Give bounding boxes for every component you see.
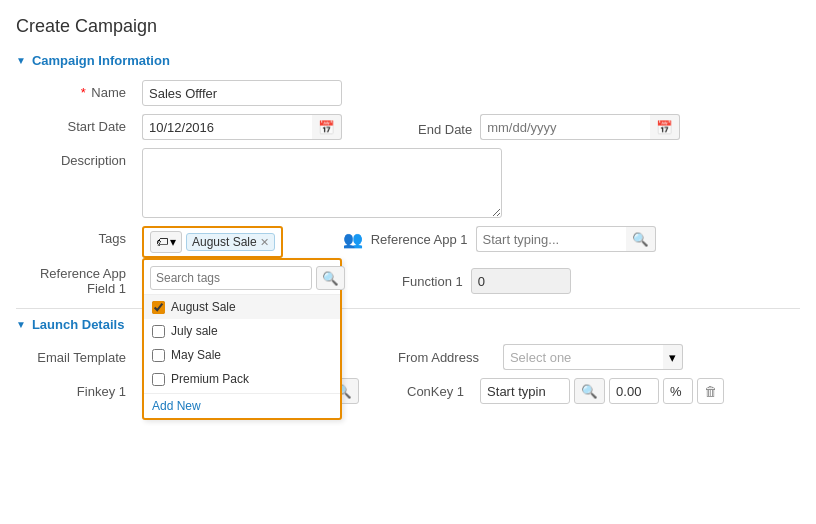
from-address-chevron-icon: ▾ (669, 350, 676, 365)
start-date-label: Start Date (16, 114, 126, 134)
ref-app-input[interactable] (476, 226, 626, 252)
tag-item-august-sale[interactable]: August Sale (144, 295, 340, 319)
tag-checkbox-july-sale[interactable] (152, 325, 165, 338)
tag-search-input[interactable] (150, 266, 312, 290)
from-address-dropdown-button[interactable]: ▾ (663, 344, 683, 370)
tags-container[interactable]: 🏷 ▾ August Sale ✕ (142, 226, 283, 258)
end-date-group: 📅 (480, 114, 680, 140)
launch-details-header[interactable]: ▼ Launch Details (16, 317, 800, 332)
tag-item-july-sale[interactable]: July sale (144, 319, 340, 343)
description-label: Description (16, 148, 126, 168)
tag-chevron: ▾ (170, 235, 176, 249)
tag-icon: 🏷 (156, 235, 168, 249)
ref-app-search-button[interactable]: 🔍 (626, 226, 656, 252)
conkey-number-input[interactable] (609, 378, 659, 404)
search-icon-tag: 🔍 (322, 271, 339, 286)
tag-item-may-sale[interactable]: May Sale (144, 343, 340, 367)
start-date-calendar-button[interactable]: 📅 (312, 114, 342, 140)
finkey-label: Finkey 1 (16, 384, 126, 399)
tag-search-button[interactable]: 🔍 (316, 266, 345, 290)
conkey-percent-input[interactable] (663, 378, 693, 404)
ref-app-group: 👥 Reference App 1 🔍 (343, 226, 656, 252)
name-row: * Name (16, 80, 800, 106)
tag-dropdown: 🔍 August Sale July sale May Sale (142, 258, 342, 420)
start-date-group: 📅 (142, 114, 342, 140)
finkey-conkey-row: Finkey 1 🔍 ConKey 1 🔍 🗑 (16, 378, 800, 404)
email-from-row: Email Template ▾ From Address ▾ (16, 344, 800, 370)
launch-details-label: Launch Details (32, 317, 124, 332)
user-group-icon: 👥 (343, 230, 363, 249)
ref-field-row: Reference App Field 1 Function 1 (16, 266, 800, 296)
from-address-group: ▾ (503, 344, 683, 370)
tag-search-row: 🔍 (144, 260, 340, 295)
name-input[interactable] (142, 80, 342, 106)
calendar-icon: 📅 (318, 120, 335, 135)
tag-dropdown-button[interactable]: 🏷 ▾ (150, 231, 182, 253)
conkey-delete-button[interactable]: 🗑 (697, 378, 724, 404)
tags-ref-row: Tags 🏷 ▾ August Sale ✕ (16, 226, 800, 258)
tag-close-button[interactable]: ✕ (260, 236, 269, 249)
conkey-input-group: 🔍 🗑 (480, 378, 724, 404)
campaign-info-label: Campaign Information (32, 53, 170, 68)
description-input[interactable] (142, 148, 502, 218)
ref-app-input-group: 🔍 (476, 226, 656, 252)
campaign-info-chevron: ▼ (16, 55, 26, 66)
launch-details-chevron: ▼ (16, 319, 26, 330)
tag-badge-august-sale: August Sale ✕ (186, 233, 275, 251)
trash-icon: 🗑 (704, 384, 717, 399)
email-template-label: Email Template (16, 350, 126, 365)
tag-item-premium-pack[interactable]: Premium Pack (144, 367, 340, 391)
conkey-label: ConKey 1 (407, 384, 464, 399)
ref-app-search-icon: 🔍 (632, 232, 649, 247)
conkey-search-icon: 🔍 (581, 384, 598, 399)
ref-field-label: Reference App Field 1 (16, 266, 126, 296)
campaign-info-section: ▼ Campaign Information * Name Start Date… (16, 53, 800, 296)
tags-group: Tags 🏷 ▾ August Sale ✕ (16, 226, 283, 258)
from-address-input[interactable] (503, 344, 663, 370)
campaign-info-header[interactable]: ▼ Campaign Information (16, 53, 800, 68)
conkey-input[interactable] (480, 378, 570, 404)
calendar-icon-end: 📅 (656, 120, 673, 135)
description-row: Description (16, 148, 800, 218)
tags-wrapper: 🏷 ▾ August Sale ✕ 🔍 (142, 226, 283, 258)
start-date-input[interactable] (142, 114, 312, 140)
function-input[interactable] (471, 268, 571, 294)
end-date-calendar-button[interactable]: 📅 (650, 114, 680, 140)
name-label: * Name (16, 80, 126, 100)
from-address-label: From Address (398, 350, 479, 365)
tag-checkbox-august-sale[interactable] (152, 301, 165, 314)
tag-checkbox-may-sale[interactable] (152, 349, 165, 362)
page-title: Create Campaign (16, 16, 800, 37)
ref-app-label: Reference App 1 (371, 232, 468, 247)
conkey-search-button[interactable]: 🔍 (574, 378, 605, 404)
function-label: Function 1 (402, 274, 463, 289)
tag-checkbox-premium-pack[interactable] (152, 373, 165, 386)
dates-row: Start Date 📅 End Date 📅 (16, 114, 800, 140)
end-date-label: End Date (418, 117, 472, 137)
tags-label: Tags (16, 226, 126, 246)
add-new-tag-button[interactable]: Add New (144, 393, 340, 418)
end-date-input[interactable] (480, 114, 650, 140)
launch-details-section: ▼ Launch Details Email Template ▾ From A… (16, 317, 800, 404)
